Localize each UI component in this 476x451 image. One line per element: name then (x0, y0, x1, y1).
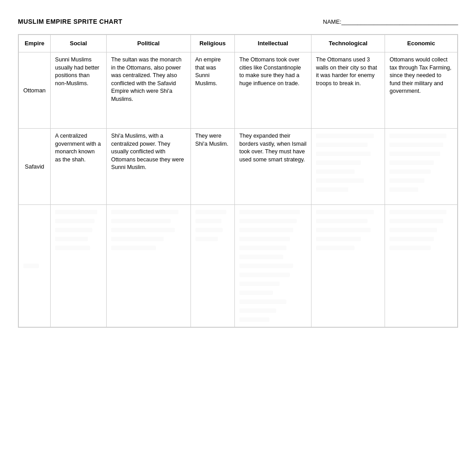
col-political: Political (106, 35, 190, 52)
col-empire: Empire (19, 35, 51, 52)
mughal-social (50, 205, 106, 327)
page-title: MUSLIM EMPIRE SPRITE CHART (18, 18, 122, 25)
safavid-technological (312, 129, 385, 205)
safavid-econ-blurred (389, 132, 453, 193)
row-safavid: Safavid A centralized government with a … (19, 129, 458, 205)
col-intellectual: Intellectual (234, 35, 311, 52)
ottoman-intellectual: The Ottomans took over cities like Const… (234, 52, 311, 129)
safavid-intellectual: They expanded their borders vastly, when… (234, 129, 311, 205)
ottoman-social: Sunni Muslims usually had better positio… (50, 52, 106, 129)
col-religious: Religious (190, 35, 234, 52)
col-social: Social (50, 35, 106, 52)
mughal-intel-blurred (239, 208, 307, 323)
mughal-econ-blurred (389, 208, 453, 252)
safavid-religious: They were Shi'a Muslim. (190, 129, 234, 205)
mughal-economic (385, 205, 458, 327)
header: MUSLIM EMPIRE SPRITE CHART NAME:________… (18, 18, 458, 25)
safavid-economic (385, 129, 458, 205)
chart-container: Empire Social Political Religious Intell… (18, 34, 458, 328)
mughal-religious-blurred (195, 208, 230, 243)
mughal-intellectual (234, 205, 311, 327)
page: MUSLIM EMPIRE SPRITE CHART NAME:________… (0, 0, 476, 337)
ottoman-empire-label: Ottoman (19, 52, 51, 129)
mughal-political (106, 205, 190, 327)
mughal-technological (312, 205, 385, 327)
mughal-tech-blurred (316, 208, 380, 252)
col-technological: Technological (312, 35, 385, 52)
mughal-name-blurred (23, 262, 46, 269)
row-mughal (19, 205, 458, 327)
ottoman-political: The sultan was the monarch in the Ottoma… (106, 52, 190, 129)
header-row: Empire Social Political Religious Intell… (19, 35, 458, 52)
safavid-empire-label: Safavid (19, 129, 51, 205)
mughal-social-blurred (55, 208, 102, 252)
ottoman-technological: The Ottomans used 3 walls on their city … (312, 52, 385, 129)
mughal-political-blurred (111, 208, 186, 252)
col-economic: Economic (385, 35, 458, 52)
chart-table: Empire Social Political Religious Intell… (18, 35, 458, 327)
safavid-social: A centralized government with a monarch … (50, 129, 106, 205)
safavid-political: Shi'a Muslims, with a centralized power.… (106, 129, 190, 205)
safavid-tech-blurred (316, 132, 380, 193)
mughal-religious (190, 205, 234, 327)
row-ottoman: Ottoman Sunni Muslims usually had better… (19, 52, 458, 129)
ottoman-religious: An empire that was Sunni Muslims. (190, 52, 234, 129)
ottoman-economic: Ottomans would collect tax through Tax F… (385, 52, 458, 129)
mughal-empire-label (19, 205, 51, 327)
name-field: NAME:___________________________________… (323, 18, 458, 25)
